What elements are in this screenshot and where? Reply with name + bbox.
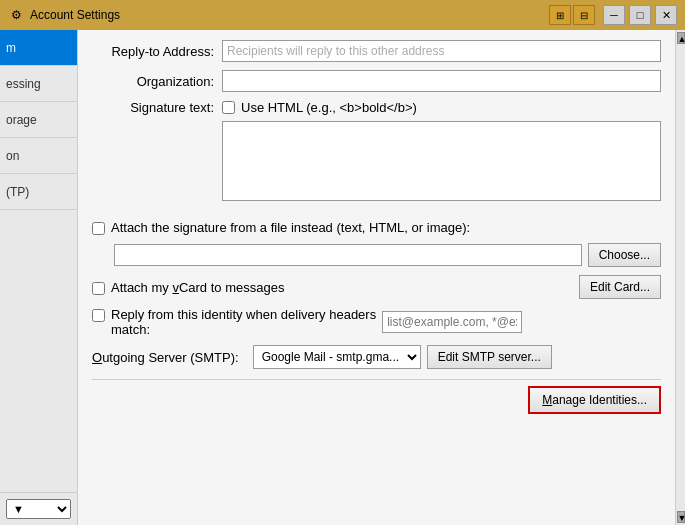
sidebar-item-label-1: m xyxy=(6,41,16,55)
minimize-button[interactable]: ─ xyxy=(603,5,625,25)
sidebar-item-orage[interactable]: orage xyxy=(0,102,77,138)
manage-identities-label: Manage Identities... xyxy=(542,393,647,407)
reply-identity-row: Reply from this identity when delivery h… xyxy=(92,307,661,337)
signature-label-row: Signature text: Use HTML (e.g., <b>bold<… xyxy=(92,100,661,115)
scrollbar[interactable]: ▲ ▼ xyxy=(675,30,685,525)
organization-input[interactable] xyxy=(222,70,661,92)
sidebar-item-label-3: orage xyxy=(6,113,37,127)
edit-smtp-button[interactable]: Edit SMTP server... xyxy=(427,345,552,369)
reply-identity-checkbox[interactable] xyxy=(92,309,105,322)
sidebar-item-tp[interactable]: (TP) xyxy=(0,174,77,210)
organization-row: Organization: xyxy=(92,70,661,92)
attach-file-label: Attach the signature from a file instead… xyxy=(111,220,470,235)
reply-identity-input[interactable] xyxy=(382,311,522,333)
sidebar: m essing orage on (TP) ▼ xyxy=(0,30,78,525)
signature-textarea[interactable] xyxy=(222,121,661,201)
app-icon: ⚙ xyxy=(8,7,24,23)
bottom-action-row: Manage Identities... xyxy=(92,379,661,414)
tb-icon-1: ⊞ xyxy=(549,5,571,25)
vcard-label: Attach my vCard to messages xyxy=(111,280,284,295)
reply-to-label: Reply-to Address: xyxy=(92,44,222,59)
scroll-down-icon[interactable]: ▼ xyxy=(677,511,685,523)
signature-textarea-wrapper xyxy=(92,121,661,212)
reply-identity-label: Reply from this identity when delivery h… xyxy=(111,307,376,337)
sidebar-item-essing[interactable]: essing xyxy=(0,66,77,102)
window-title: Account Settings xyxy=(30,8,549,22)
edit-smtp-label: Edit SMTP server... xyxy=(438,350,541,364)
signature-html-checkbox[interactable] xyxy=(222,101,235,114)
vcard-row: Attach my vCard to messages Edit Card... xyxy=(92,275,661,299)
close-button[interactable]: ✕ xyxy=(655,5,677,25)
window-controls: ─ □ ✕ xyxy=(603,5,677,25)
edit-card-label: Edit Card... xyxy=(590,280,650,294)
sidebar-item-label-4: on xyxy=(6,149,19,163)
sidebar-item-label-5: (TP) xyxy=(6,185,29,199)
choose-button[interactable]: Choose... xyxy=(588,243,661,267)
sidebar-item-label-2: essing xyxy=(6,77,41,91)
smtp-row: Outgoing Server (SMTP): Google Mail - sm… xyxy=(92,345,661,369)
signature-html-label: Use HTML (e.g., <b>bold</b>) xyxy=(241,100,417,115)
file-path-input[interactable] xyxy=(114,244,582,266)
content-area: Reply-to Address: Organization: Signatur… xyxy=(78,30,675,525)
smtp-label: Outgoing Server (SMTP): xyxy=(92,350,247,365)
vcard-checkbox[interactable] xyxy=(92,282,105,295)
attach-file-checkbox[interactable] xyxy=(92,222,105,235)
attach-file-checkbox-row: Attach the signature from a file instead… xyxy=(92,220,661,235)
toolbar-icons: ⊞ ⊟ xyxy=(549,5,595,25)
maximize-button[interactable]: □ xyxy=(629,5,651,25)
edit-card-button[interactable]: Edit Card... xyxy=(579,275,661,299)
reply-to-input[interactable] xyxy=(222,40,661,62)
organization-label: Organization: xyxy=(92,74,222,89)
account-selector[interactable]: ▼ xyxy=(6,499,71,519)
sidebar-item-account[interactable]: m xyxy=(0,30,77,66)
sidebar-dropdown: ▼ xyxy=(0,492,77,525)
smtp-select[interactable]: Google Mail - smtp.gma... Default - loca… xyxy=(253,345,421,369)
main-layout: m essing orage on (TP) ▼ Reply-to Addres… xyxy=(0,30,685,525)
signature-label: Signature text: xyxy=(130,100,214,115)
scroll-up-icon[interactable]: ▲ xyxy=(677,32,685,44)
title-bar: ⚙ Account Settings ⊞ ⊟ ─ □ ✕ xyxy=(0,0,685,30)
sidebar-item-on[interactable]: on xyxy=(0,138,77,174)
tb-icon-2: ⊟ xyxy=(573,5,595,25)
file-path-row: Choose... xyxy=(114,243,661,267)
manage-identities-button[interactable]: Manage Identities... xyxy=(528,386,661,414)
reply-to-row: Reply-to Address: xyxy=(92,40,661,62)
signature-html-checkbox-row: Use HTML (e.g., <b>bold</b>) xyxy=(222,100,417,115)
